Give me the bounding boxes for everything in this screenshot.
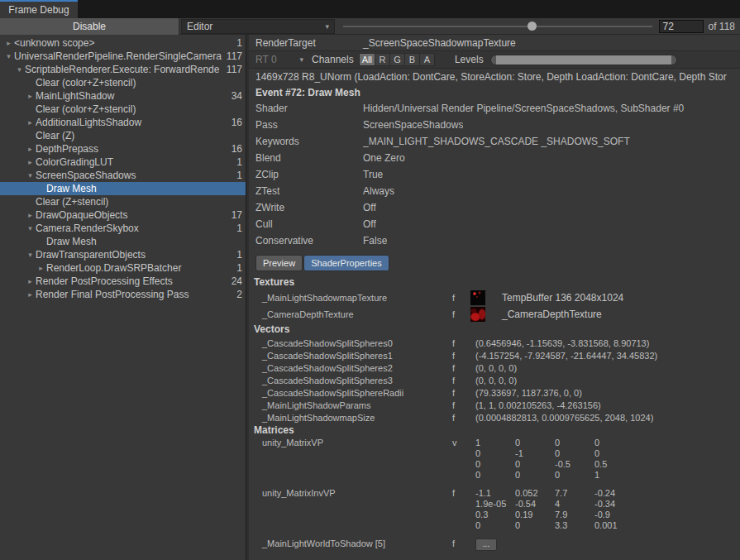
frame-number-input[interactable] xyxy=(659,20,704,33)
chevron-down-icon[interactable]: ▾ xyxy=(25,224,36,232)
tree-item[interactable]: ▸Render Final PostProcessing Pass2 xyxy=(0,288,246,301)
tree-item[interactable]: Clear (color+Z+stencil) xyxy=(0,76,246,89)
tree-item[interactable]: Clear (color+Z+stencil) xyxy=(0,103,246,116)
frame-debug-tab[interactable]: Frame Debug xyxy=(0,0,78,18)
property-label: Cull xyxy=(255,218,363,230)
tab-strip: Frame Debug xyxy=(0,0,740,18)
rt-select-value: RT 0 xyxy=(255,54,277,65)
channel-button-b[interactable]: B xyxy=(405,53,420,66)
chevron-right-icon[interactable]: ▸ xyxy=(25,145,36,153)
tree-item[interactable]: ▾ScreenSpaceShadows1 xyxy=(0,169,246,182)
tree-item-label: Clear (color+Z+stencil) xyxy=(36,77,241,89)
texture-row: _CameraDepthTexturef_CameraDepthTexture xyxy=(249,306,740,323)
tree-item[interactable]: ▸<unknown scope>1 xyxy=(0,36,246,50)
tab-shaderproperties[interactable]: ShaderProperties xyxy=(303,255,389,271)
matrix-cell: 0 xyxy=(475,470,515,481)
target-dropdown[interactable]: Editor ▾ xyxy=(181,19,335,34)
tree-item-count: 1 xyxy=(235,156,246,168)
matrix-values: -1.10.0527.7-0.241.9e-05-0.544-0.340.30.… xyxy=(475,488,634,531)
texture-row: _MainLightShadowmapTexturefTempBuffer 13… xyxy=(249,290,740,306)
matrix-cell: 0 xyxy=(515,438,555,448)
disable-button[interactable]: Disable xyxy=(0,18,179,35)
tree-item-count: 1 xyxy=(235,249,246,261)
matrix-name: unity_MatrixInvVP xyxy=(249,488,452,498)
matrix-cell: 4 xyxy=(555,499,594,510)
vector-type-flag: f xyxy=(452,388,470,398)
details-tabs: PreviewShaderProperties xyxy=(255,255,740,271)
property-row: Keywords_MAIN_LIGHT_SHADOWS_CASCADE _SHA… xyxy=(249,133,740,150)
texture-name: _MainLightShadowmapTexture xyxy=(249,293,452,303)
matrix-cell: 0.5 xyxy=(594,459,634,470)
tab-preview[interactable]: Preview xyxy=(255,255,303,271)
textures-section: _MainLightShadowmapTexturefTempBuffer 13… xyxy=(249,290,740,323)
matrices-section: unity_MatrixVPv10000-10000-0.50.50001uni… xyxy=(249,438,740,551)
matrix-cell: 0 xyxy=(594,438,634,448)
tree-item[interactable]: Draw Mesh xyxy=(0,182,246,195)
chevron-down-icon[interactable]: ▾ xyxy=(25,171,36,179)
tree-item[interactable]: ▸RenderLoop.DrawSRPBatcher1 xyxy=(0,261,246,275)
tree-item[interactable]: ▸MainLightShadow34 xyxy=(0,89,246,103)
tree-item[interactable]: ▸DepthPrepass16 xyxy=(0,142,246,156)
matrix-cell: 1 xyxy=(475,438,515,448)
tree-item[interactable]: ▾UniversalRenderPipeline.RenderSingleCam… xyxy=(0,50,246,63)
chevron-right-icon[interactable]: ▸ xyxy=(25,277,36,285)
tree-item[interactable]: ▾Camera.RenderSkybox1 xyxy=(0,222,246,235)
chevron-right-icon[interactable]: ▸ xyxy=(3,39,14,47)
tree-item-count: 1 xyxy=(235,37,246,49)
tree-item[interactable]: ▸Render PostProcessing Effects24 xyxy=(0,275,246,288)
matrix-cell: 0 xyxy=(555,448,594,459)
chevron-right-icon[interactable]: ▸ xyxy=(25,158,36,166)
tree-item[interactable]: ▾DrawTransparentObjects1 xyxy=(0,248,246,261)
toolbar: Disable Editor ▾ of 118 xyxy=(0,18,740,35)
tree-item[interactable]: ▸ColorGradingLUT1 xyxy=(0,156,246,169)
chevron-right-icon[interactable]: ▸ xyxy=(25,118,36,127)
property-value: Hidden/Universal Render Pipeline/ScreenS… xyxy=(363,103,684,114)
tree-item[interactable]: ▸DrawOpaqueObjects17 xyxy=(0,208,246,222)
chevron-down-icon[interactable]: ▾ xyxy=(3,52,14,60)
chevron-down-icon[interactable]: ▾ xyxy=(14,65,25,74)
vector-type-flag: f xyxy=(452,351,470,361)
property-row: ConservativeFalse xyxy=(249,232,740,249)
chevron-right-icon[interactable]: ▸ xyxy=(25,92,36,100)
tree-item-label: Camera.RenderSkybox xyxy=(36,223,235,234)
tree-item[interactable]: Draw Mesh xyxy=(0,235,246,248)
matrix-cell: 0 xyxy=(555,438,594,448)
render-target-row: RenderTarget _ScreenSpaceShadowmapTextur… xyxy=(249,35,740,50)
chevron-down-icon[interactable]: ▾ xyxy=(25,251,36,259)
chevron-right-icon[interactable]: ▸ xyxy=(25,211,36,219)
matrix-row: _MainLightWorldToShadow [5]f... xyxy=(249,538,740,551)
frame-slider[interactable] xyxy=(343,18,652,35)
vector-value: (0, 0, 0, 0) xyxy=(475,363,517,373)
channel-button-r[interactable]: R xyxy=(375,53,390,66)
matrix-cell: 0.3 xyxy=(475,510,515,520)
channel-button-g[interactable]: G xyxy=(390,53,405,66)
chevron-right-icon[interactable]: ▸ xyxy=(25,290,36,299)
property-label: Keywords xyxy=(255,136,363,147)
channel-button-a[interactable]: A xyxy=(420,53,435,66)
shadowmap-thumbnail[interactable] xyxy=(470,290,485,305)
texture-value: _CameraDepthTexture xyxy=(502,309,602,320)
property-value: Always xyxy=(363,185,394,197)
render-target-toolbar: RT 0 ▾ Channels AllRGBA Levels xyxy=(249,50,740,69)
tree-item[interactable]: ▸AdditionalLightsShadow16 xyxy=(0,116,246,129)
textures-section-header: Textures xyxy=(249,275,740,290)
levels-range-slider[interactable] xyxy=(490,55,677,65)
depth-thumbnail[interactable] xyxy=(470,307,485,322)
channel-button-all[interactable]: All xyxy=(359,53,375,66)
matrix-cell: -0.5 xyxy=(555,459,594,470)
property-label: Conservative xyxy=(255,235,363,246)
tree-item[interactable]: Clear (Z+stencil) xyxy=(0,195,246,208)
tree-item[interactable]: Clear (Z) xyxy=(0,129,246,142)
chevron-right-icon[interactable]: ▸ xyxy=(36,264,46,272)
vector-name: _CascadeShadowSplitSphereRadii xyxy=(249,388,452,398)
matrix-cell: 0 xyxy=(515,520,555,531)
tree-item-label: Clear (color+Z+stencil) xyxy=(36,103,241,115)
rt-select-dropdown[interactable]: RT 0 ▾ xyxy=(255,54,303,65)
frame-slider-handle[interactable] xyxy=(528,22,537,31)
tree-item-count: 34 xyxy=(230,90,246,102)
property-row: PassScreenSpaceShadows xyxy=(249,117,740,133)
tree-item[interactable]: ▾ScriptableRenderer.Execute: ForwardRend… xyxy=(0,63,246,76)
expand-array-button[interactable]: ... xyxy=(475,538,497,551)
property-row: CullOff xyxy=(249,216,740,232)
channel-button-group: AllRGBA xyxy=(359,53,435,66)
